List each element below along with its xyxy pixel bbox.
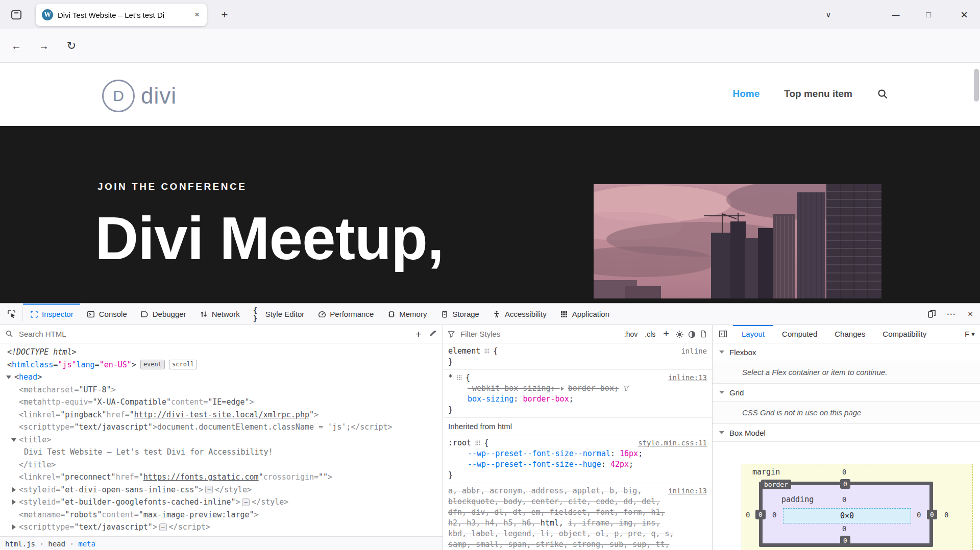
site-search-icon[interactable] (877, 88, 888, 99)
markup-line[interactable]: <meta name="robots" content="max-image-p… (0, 509, 443, 521)
padding-top-value[interactable]: 0 (842, 495, 846, 504)
border-top-value[interactable]: 0 (840, 479, 850, 489)
markup-line[interactable]: <style id="et-builder-googlefonts-cached… (0, 496, 443, 509)
back-button[interactable]: ← (8, 39, 24, 53)
list-all-tabs-icon[interactable]: ∨ (817, 0, 840, 29)
markup-line[interactable]: <link rel="preconnect" href="https://fon… (0, 471, 443, 484)
sidebar-toggle-icon[interactable] (713, 325, 733, 343)
collapsed-arrow-icon[interactable] (12, 524, 18, 530)
inline-content-ellipsis[interactable]: ⋯ (242, 498, 250, 506)
devtools-tab-accessibility[interactable]: Accessibility (486, 304, 553, 324)
devtools-tab-inspector[interactable]: Inspector (23, 304, 80, 324)
pseudo-class-toggle[interactable]: :hov (623, 330, 639, 338)
computed-expander-icon[interactable] (561, 387, 566, 391)
scroll-badge[interactable]: scroll (169, 360, 197, 369)
padding-bottom-value[interactable]: 0 (842, 524, 846, 533)
browser-tab[interactable]: W Divi Test Website – Let's test Di × (36, 4, 207, 26)
search-html-input[interactable] (18, 329, 408, 339)
light-scheme-icon[interactable] (675, 330, 683, 338)
css-declaration[interactable]: --wp--preset--font-size--normal: 16px; (448, 448, 707, 459)
sidebar-tab-layout[interactable]: Layout (733, 325, 773, 343)
markup-line[interactable]: <script type="text/javascript">document.… (0, 421, 443, 434)
markup-line[interactable]: </title> (0, 459, 443, 471)
margin-left-value[interactable]: 0 (746, 511, 750, 519)
expanded-arrow-icon[interactable] (6, 376, 11, 382)
overridden-filter-icon[interactable] (623, 384, 630, 391)
tab-overflow-arrow-icon[interactable]: ▼ (970, 325, 980, 343)
rule-source-link[interactable]: style.min.css:11 (638, 438, 707, 448)
new-tab-button[interactable]: + (217, 7, 232, 22)
pick-element-icon[interactable] (0, 304, 22, 324)
class-toggle[interactable]: .cls (643, 330, 657, 338)
border-bottom-value[interactable]: 0 (840, 536, 850, 545)
markup-line[interactable]: <meta charset="UTF-8"> (0, 384, 443, 396)
collapsed-arrow-icon[interactable] (12, 499, 18, 505)
selector-highlighter-icon[interactable] (457, 372, 462, 383)
page-scrollbar[interactable] (974, 69, 979, 102)
devtools-tab-console[interactable]: Console (80, 304, 134, 324)
more-options-icon[interactable]: ⋯ (941, 304, 961, 324)
devtools-tab-debugger[interactable]: Debugger (134, 304, 193, 324)
margin-top-value[interactable]: 0 (842, 468, 846, 476)
css-rule[interactable]: inlineelement{} (443, 343, 712, 370)
devtools-tab-style-editor[interactable]: { }Style Editor (247, 304, 311, 324)
selector-highlighter-icon[interactable] (484, 346, 489, 357)
markup-line[interactable]: <head> (0, 371, 443, 384)
boxmodel-margin-box[interactable]: margin 0 border 0 padding 0 0×0 0 0 0 0 … (742, 464, 973, 550)
window-minimize-button[interactable]: — (884, 0, 908, 29)
breadcrumb-item-htmljs[interactable]: html.js (5, 540, 35, 548)
print-simulation-icon[interactable] (700, 330, 708, 338)
boxmodel-content-box[interactable]: 0×0 (783, 508, 911, 523)
rule-source-link[interactable]: inline:13 (668, 372, 707, 383)
divi-logo[interactable]: D divi (102, 80, 177, 112)
markup-line[interactable]: <link rel="pingback" href="http://divi-t… (0, 409, 443, 421)
inline-content-ellipsis[interactable]: ⋯ (159, 523, 167, 531)
margin-right-value[interactable]: 0 (944, 511, 948, 519)
css-declaration[interactable]: box-sizing: border-box; (448, 394, 707, 405)
event-badge[interactable]: event (140, 360, 165, 369)
markup-line[interactable]: <script type="text/javascript">⋯</script… (0, 521, 443, 534)
flexbox-section-header[interactable]: Flexbox (713, 343, 980, 361)
breadcrumb-item-head[interactable]: head (48, 540, 65, 548)
reload-button[interactable]: ↻ (63, 39, 80, 53)
sidebar-tab-changes[interactable]: Changes (826, 325, 874, 343)
border-left-value[interactable]: 0 (755, 510, 766, 519)
selector-highlighter-icon[interactable] (475, 438, 480, 448)
breadcrumb-item-meta[interactable]: meta (78, 540, 95, 548)
markup-line[interactable]: <meta http-equiv="X-UA-Compatible" conte… (0, 396, 443, 409)
filter-styles-input[interactable] (459, 329, 619, 339)
collapsed-arrow-icon[interactable] (12, 487, 18, 492)
markup-line[interactable]: Divi Test Website – Let's test Divi for … (0, 446, 443, 459)
add-node-button[interactable]: + (412, 328, 425, 340)
css-declaration[interactable]: -webkit-box-sizing: border-box; (448, 383, 707, 394)
css-declaration[interactable]: --wp--preset--font-size--huge: 42px; (448, 459, 707, 470)
devtools-tab-application[interactable]: Application (553, 304, 616, 324)
devtools-tab-network[interactable]: Network (193, 304, 247, 324)
grid-section-header[interactable]: Grid (713, 384, 980, 402)
add-rule-button[interactable]: + (661, 328, 671, 340)
css-rule[interactable]: inline:13a, abbr, acronym, address, appl… (443, 483, 712, 550)
sidebar-tab-f[interactable]: F (960, 325, 970, 343)
expanded-arrow-icon[interactable] (11, 438, 16, 444)
markup-line[interactable]: <style id="et-divi-open-sans-inline-css"… (0, 484, 443, 496)
boxmodel-section-header[interactable]: Box Model (713, 424, 980, 442)
close-devtools-icon[interactable]: × (961, 304, 980, 324)
padding-right-value[interactable]: 0 (917, 511, 921, 519)
sidebar-tab-computed[interactable]: Computed (773, 325, 826, 343)
sidebar-tab-compatibility[interactable]: Compatibility (874, 325, 935, 343)
rule-source-link[interactable]: inline:13 (668, 486, 707, 496)
rule-source-link[interactable]: inline (681, 346, 707, 357)
responsive-design-icon[interactable] (922, 304, 941, 324)
css-rule[interactable]: style.min.css:11:root{--wp--preset--font… (443, 435, 712, 483)
forward-button[interactable]: → (36, 39, 52, 53)
firefox-view-icon[interactable] (9, 8, 23, 22)
tab-close-icon[interactable]: × (193, 10, 201, 20)
padding-left-value[interactable]: 0 (772, 511, 776, 519)
markup-line[interactable]: <html class="js" lang="en-US">eventscrol… (0, 359, 443, 371)
eyedropper-icon[interactable] (429, 330, 437, 338)
inline-content-ellipsis[interactable]: ⋯ (205, 486, 213, 493)
nav-link-top-menu-item[interactable]: Top menu item (784, 88, 852, 99)
devtools-tab-storage[interactable]: Storage (433, 304, 486, 324)
devtools-tab-memory[interactable]: Memory (380, 304, 433, 324)
nav-link-home[interactable]: Home (732, 88, 760, 99)
